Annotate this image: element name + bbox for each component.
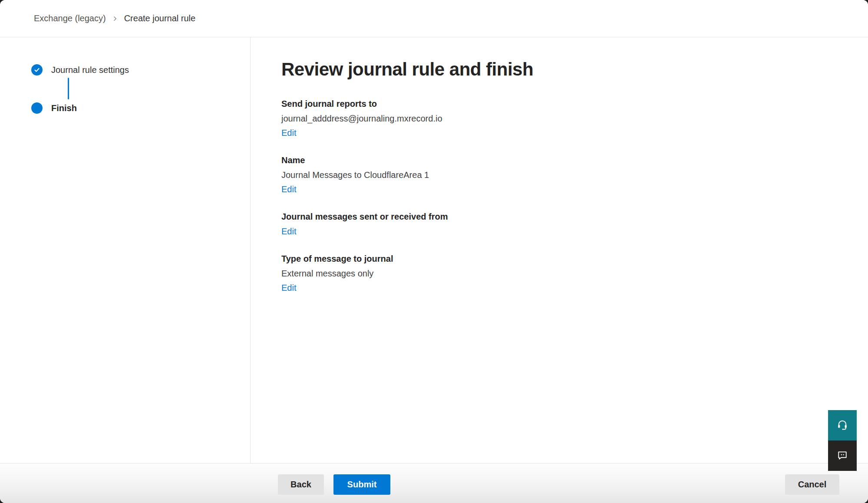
page-title: Review journal rule and finish <box>281 59 842 80</box>
section-label: Journal messages sent or received from <box>281 212 842 222</box>
section-label: Send journal reports to <box>281 99 842 109</box>
breadcrumb-bar: Exchange (legacy) Create journal rule <box>0 0 868 37</box>
section-value: Journal Messages to CloudflareArea 1 <box>281 170 842 180</box>
wizard-steps-panel: Journal rule settings Finish <box>0 37 251 463</box>
chevron-right-icon <box>112 16 118 22</box>
step-label: Journal rule settings <box>51 65 129 75</box>
edit-send-journal-reports-link[interactable]: Edit <box>281 128 296 138</box>
section-value: External messages only <box>281 269 842 279</box>
feedback-chat-icon <box>836 449 848 463</box>
section-name: Name Journal Messages to CloudflareArea … <box>281 155 842 194</box>
wizard-step-finish[interactable]: Finish <box>31 102 250 114</box>
section-label: Type of message to journal <box>281 254 842 264</box>
edit-type-of-message-link[interactable]: Edit <box>281 283 296 293</box>
section-label: Name <box>281 155 842 165</box>
floating-help-stack <box>828 410 857 471</box>
wizard-step-journal-rule-settings[interactable]: Journal rule settings <box>31 64 250 76</box>
cancel-button[interactable]: Cancel <box>785 474 839 495</box>
step-label: Finish <box>51 103 77 113</box>
edit-name-link[interactable]: Edit <box>281 184 296 194</box>
support-button[interactable] <box>828 410 857 441</box>
section-journal-messages-scope: Journal messages sent or received from E… <box>281 212 842 237</box>
submit-button[interactable]: Submit <box>333 474 390 495</box>
headset-icon <box>836 419 848 432</box>
back-button[interactable]: Back <box>278 474 324 495</box>
breadcrumb-exchange-legacy-link[interactable]: Exchange (legacy) <box>34 13 106 23</box>
section-send-journal-reports-to: Send journal reports to journal_adddress… <box>281 99 842 138</box>
step-completed-check-icon <box>31 64 43 76</box>
step-current-dot-icon <box>31 102 43 114</box>
wizard-body: Journal rule settings Finish Review jour… <box>0 37 868 463</box>
review-sections: Send journal reports to journal_adddress… <box>281 99 842 293</box>
section-type-of-message: Type of message to journal External mess… <box>281 254 842 293</box>
step-connector-line <box>68 78 69 99</box>
exchange-admin-window: Exchange (legacy) Create journal rule Jo… <box>0 0 868 503</box>
edit-journal-messages-scope-link[interactable]: Edit <box>281 227 296 237</box>
breadcrumb-current-page: Create journal rule <box>124 13 196 23</box>
feedback-button[interactable] <box>828 441 857 471</box>
review-panel: Review journal rule and finish Send jour… <box>251 37 868 463</box>
section-value: journal_adddress@journaling.mxrecord.io <box>281 114 842 124</box>
action-bar: Back Submit Cancel <box>0 463 868 503</box>
